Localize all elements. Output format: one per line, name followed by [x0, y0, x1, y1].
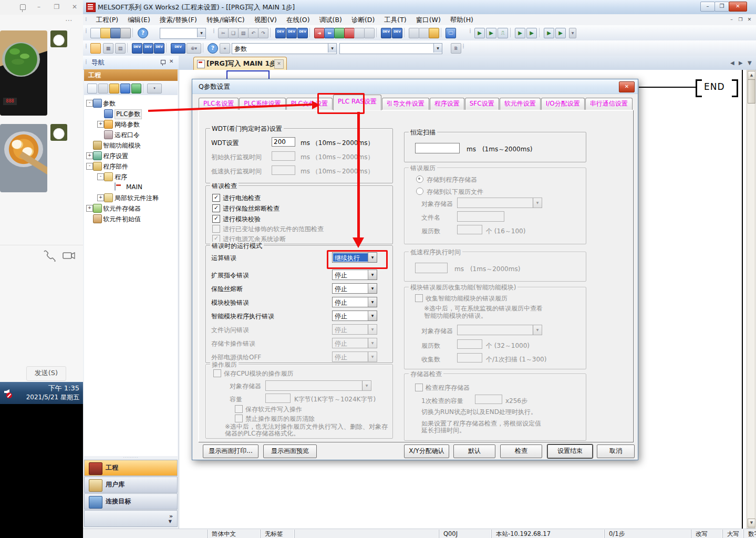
tree-item-参数[interactable]: -参数 — [84, 98, 178, 108]
monitor-start-icon[interactable] — [334, 28, 345, 38]
save-icon[interactable] — [110, 28, 121, 38]
paste-icon[interactable] — [109, 84, 119, 94]
avatar[interactable] — [50, 124, 67, 141]
tree-item-程序设置[interactable]: +程序设置 — [84, 150, 178, 161]
collect-module-error-checkbox[interactable] — [415, 294, 423, 302]
store-history-file-radio[interactable] — [416, 188, 423, 195]
minimize-icon[interactable]: – — [35, 3, 43, 11]
copy-icon[interactable] — [98, 84, 108, 94]
clipboard-icon[interactable]: 🗎 — [451, 43, 461, 54]
send-button[interactable]: 发送(S) — [26, 366, 66, 381]
close-icon[interactable]: ✕ — [70, 3, 79, 11]
pc-connection-icon[interactable]: 🖵 — [446, 28, 456, 38]
target-memory-combo[interactable]: ▼ — [265, 380, 371, 391]
error-mode-combo-智能模块程序执行错误[interactable]: 停止▼ — [332, 311, 377, 321]
close-icon[interactable]: ✕ — [169, 58, 173, 64]
clock-date[interactable]: 2021/5/21 星期五 — [26, 393, 79, 402]
low-speed-input[interactable] — [415, 263, 448, 273]
device-monitor-icon[interactable]: DEV — [286, 28, 297, 38]
module-config-icon[interactable]: ▦ — [103, 43, 113, 54]
end-instruction[interactable]: END — [704, 81, 725, 92]
monitor-mode-icon[interactable]: ▶ — [474, 28, 485, 38]
status-0/1步[interactable]: 0/1步 — [604, 530, 691, 538]
copy-icon[interactable]: ❏ — [228, 28, 239, 38]
pin-icon[interactable] — [161, 60, 165, 64]
dialog-title-bar[interactable]: Q参数设置 ✕ — [192, 79, 638, 94]
dialog-tab-串行通信设置[interactable]: 串行通信设置 — [585, 98, 633, 110]
splitter-handle[interactable]: ········· — [84, 456, 178, 460]
collapse-icon[interactable]: - — [86, 163, 93, 170]
comment-icon[interactable] — [409, 28, 419, 38]
menu-视图(V)[interactable]: 视图(V) — [250, 14, 282, 25]
status-无标签[interactable]: 无标签 — [260, 530, 294, 538]
refresh-icon[interactable] — [131, 84, 141, 94]
open-icon[interactable] — [100, 28, 111, 38]
expand-icon[interactable]: + — [97, 194, 104, 201]
dialog-tab-程序设置[interactable]: 程序设置 — [430, 98, 464, 110]
capacity-input[interactable] — [265, 394, 291, 403]
device-memory-icon[interactable]: DEV — [143, 43, 153, 54]
restore-button[interactable]: ❐ — [714, 2, 729, 12]
tab-scroll-left-icon[interactable]: ◀ — [730, 60, 734, 66]
expand-icon[interactable]: + — [86, 205, 93, 212]
target-memory-combo[interactable]: ▼ — [457, 325, 542, 335]
tree-item-智能功能模块[interactable]: 智能功能模块 — [84, 140, 178, 150]
clock-time[interactable]: 下午 1:35 — [48, 384, 79, 393]
close-button[interactable]: ✕ — [729, 2, 747, 12]
wdt-input[interactable] — [272, 165, 295, 175]
print-icon[interactable] — [120, 28, 131, 38]
error-mode-combo-保险丝熔断[interactable]: 停止▼ — [332, 283, 377, 294]
device-dropdown-icon[interactable]: DEV — [171, 43, 185, 54]
check-capacity-input[interactable] — [475, 395, 502, 404]
error-check-checkbox[interactable]: ✓ — [212, 215, 220, 223]
trace-icon[interactable]: ▶ — [555, 28, 566, 38]
more-menu-icon[interactable]: ⋯ — [65, 16, 74, 24]
dialog-tab-PLC系统设置[interactable]: PLC系统设置 — [239, 98, 285, 110]
navigation-toggle-icon[interactable] — [90, 43, 101, 54]
menu-转换/编译(C)[interactable]: 转换/编译(C) — [202, 14, 250, 25]
store-program-memory-radio[interactable] — [416, 175, 423, 183]
menu-窗口(W)[interactable]: 窗口(W) — [411, 14, 446, 25]
write-to-plc-icon[interactable]: ➜ — [314, 28, 325, 38]
close-tab-icon[interactable]: ✕ — [274, 59, 284, 69]
collapse-icon[interactable]: - — [86, 100, 93, 107]
new-icon[interactable] — [90, 28, 101, 38]
tab-scroll-right-icon[interactable]: ▶ — [739, 60, 743, 66]
pulse-icon[interactable]: ⎍ — [498, 28, 508, 38]
error-mode-combo-扩展指令错误[interactable]: 停止▼ — [332, 270, 377, 280]
error-mode-combo-模块校验错误[interactable]: 停止▼ — [332, 297, 377, 307]
sampling-icon[interactable]: ▶ — [526, 28, 537, 38]
status-改写[interactable]: 改写 — [691, 530, 722, 538]
expand-icon[interactable]: + — [97, 121, 104, 128]
history-count-input[interactable] — [457, 339, 482, 349]
scroll-down-icon[interactable]: ▼ — [748, 519, 755, 527]
new-item-icon[interactable] — [87, 84, 97, 94]
statement-icon[interactable] — [419, 28, 429, 38]
menu-调试(B)[interactable]: 调试(B) — [315, 14, 347, 25]
nav-button-用户库[interactable]: 用户库 — [84, 477, 178, 493]
target-memory-combo[interactable]: ▼ — [457, 198, 542, 208]
dialog-tab-I/O分配设置[interactable]: I/O分配设置 — [541, 98, 585, 110]
device-write-icon[interactable]: DEV — [275, 28, 286, 38]
minimize-button[interactable]: – — [700, 2, 715, 12]
dialog-tab-软元件设置[interactable]: 软元件设置 — [500, 98, 541, 110]
info-icon[interactable] — [120, 84, 130, 94]
restore-icon[interactable]: ❐ — [53, 3, 61, 11]
dialog-button-显示画面预览[interactable]: 显示画面预览 — [263, 444, 317, 458]
menu-工程(P)[interactable]: 工程(P) — [91, 14, 123, 25]
dialog-button-设置结束[interactable]: 设置结束 — [547, 444, 593, 458]
redo-icon[interactable]: ↷ — [258, 28, 268, 38]
dialog-button-检查[interactable]: 检查 — [500, 444, 542, 458]
chevron-down-icon[interactable]: ▼ — [328, 44, 336, 53]
document-tab[interactable]: [PRG]写入 MAIN 1步 ✕ — [193, 57, 287, 70]
dialog-button-取消[interactable]: 取消 — [597, 444, 635, 458]
voice-call-icon[interactable] — [44, 251, 55, 262]
mdi-minimize-icon[interactable]: – — [728, 16, 736, 23]
error-check-checkbox[interactable] — [212, 225, 220, 233]
cut-icon[interactable]: ✂ — [218, 28, 229, 38]
tree-item-软元件初始值[interactable]: 软元件初始值 — [84, 213, 178, 224]
nav-button-连接目标[interactable]: 连接目标 — [84, 493, 178, 510]
chevron-down-icon[interactable]: ▼ — [169, 519, 172, 524]
find-combo[interactable]: ▼ — [339, 43, 442, 54]
chevron-down-icon[interactable]: ▼ — [433, 44, 442, 53]
